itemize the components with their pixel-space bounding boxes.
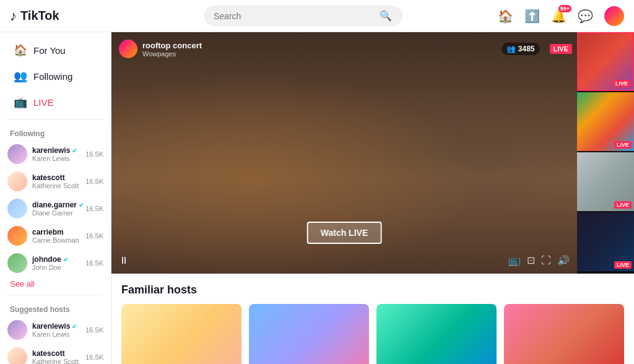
thumbnail-1[interactable]: LIVE bbox=[577, 32, 634, 91]
main-layout: 🏠 For You 👥 Following 📺 LIVE Following k… bbox=[0, 32, 634, 364]
host-card-2[interactable]: 5.3K viewers LIVE Had so much fun with t… bbox=[249, 304, 369, 364]
real-name: Katherine Scott bbox=[32, 182, 80, 189]
search-input-wrap[interactable]: 🔍 bbox=[204, 6, 402, 26]
sidebar-item-live[interactable]: 📺 LIVE bbox=[4, 89, 107, 115]
upload-icon[interactable]: ⬆️ bbox=[524, 9, 540, 24]
notification-icon[interactable]: 🔔 99+ bbox=[551, 9, 567, 24]
side-thumbnails: LIVE LIVE LIVE LIVE bbox=[577, 32, 634, 274]
username: johndoe ✔ bbox=[32, 255, 80, 264]
thumb-live-badge: LIVE bbox=[613, 80, 630, 87]
following-nav-icon: 👥 bbox=[14, 69, 27, 83]
host-thumbnail-4: 6K viewers LIVE bbox=[504, 304, 624, 364]
logo[interactable]: ♪ TikTok bbox=[10, 8, 109, 24]
username: karenlewis ✔ bbox=[32, 146, 80, 155]
follower-count: 16.5K bbox=[85, 353, 103, 361]
search-bar-container: 🔍 bbox=[109, 6, 498, 26]
sidebar-item-following[interactable]: 👥 Following bbox=[4, 63, 107, 89]
suggested-hosts-title: Suggested hosts bbox=[0, 299, 111, 316]
user-info: karenlewis ✔ Karen Lewis bbox=[32, 322, 80, 338]
verified-icon: ✔ bbox=[63, 256, 68, 263]
username: carriebm bbox=[32, 228, 80, 236]
user-avatar[interactable] bbox=[604, 6, 624, 26]
hero-video[interactable]: rooftop concert Wowpages 👥 3485 LIVE Wat… bbox=[111, 32, 577, 274]
home-icon[interactable]: 🏠 bbox=[498, 9, 513, 24]
sidebar-item-live-label: LIVE bbox=[33, 97, 54, 108]
header: ♪ TikTok 🔍 🏠 ⬆️ 🔔 99+ 💬 bbox=[0, 0, 634, 32]
live-hero: rooftop concert Wowpages 👥 3485 LIVE Wat… bbox=[111, 32, 634, 274]
see-all-link[interactable]: See all bbox=[0, 277, 111, 291]
list-item[interactable]: karenlewis ✔ Karen Lewis 16.5K bbox=[0, 316, 111, 344]
list-item[interactable]: karenlewis ✔ Karen Lewis 16.5K bbox=[0, 141, 111, 168]
user-info: johndoe ✔ John Doe bbox=[32, 255, 80, 271]
live-nav-icon: 📺 bbox=[14, 95, 27, 109]
sidebar-divider-1 bbox=[7, 119, 103, 119]
user-info: katescott Katherine Scott bbox=[32, 349, 80, 364]
sidebar: 🏠 For You 👥 Following 📺 LIVE Following k… bbox=[0, 32, 111, 364]
thumbnail-2[interactable]: LIVE bbox=[577, 92, 634, 151]
home-nav-icon: 🏠 bbox=[14, 43, 27, 57]
hero-top-bar: rooftop concert Wowpages 👥 3485 LIVE bbox=[119, 40, 577, 58]
host-thumbnail-2: 5.3K viewers LIVE bbox=[249, 304, 369, 364]
volume-icon[interactable]: 🔊 bbox=[557, 254, 570, 266]
host-thumbnail-1: 11.6K viewers LIVE bbox=[121, 304, 241, 364]
username: karenlewis ✔ bbox=[32, 322, 80, 331]
list-item[interactable]: katescott Katherine Scott 16.5K bbox=[0, 168, 111, 195]
thumbnail-3[interactable]: LIVE bbox=[577, 152, 634, 211]
pause-icon[interactable]: ⏸ bbox=[119, 255, 129, 266]
hero-controls: ⏸ 📺 ⊡ ⛶ 🔊 bbox=[119, 254, 570, 266]
avatar bbox=[7, 226, 27, 246]
list-item[interactable]: johndoe ✔ John Doe 16.5K bbox=[0, 249, 111, 277]
host-handle: Wowpages bbox=[142, 50, 202, 58]
host-card-3[interactable]: 44.5K viewers LIVE Follow us for more va… bbox=[376, 304, 497, 364]
follower-count: 16.5K bbox=[85, 205, 103, 212]
cast-icon[interactable]: 📺 bbox=[508, 254, 521, 266]
host-card-4[interactable]: 6K viewers LIVE Soaking up the gorgeous … bbox=[504, 304, 624, 364]
verified-icon: ✔ bbox=[72, 323, 77, 330]
following-section-title: Following bbox=[0, 123, 111, 141]
user-info: karenlewis ✔ Karen Lewis bbox=[32, 146, 80, 162]
real-name: Karen Lewis bbox=[32, 155, 80, 162]
user-info: katescott Katherine Scott bbox=[32, 173, 80, 189]
pip-icon[interactable]: ⊡ bbox=[527, 254, 535, 266]
viewer-icon: 👥 bbox=[506, 45, 516, 53]
user-info: diane.garner ✔ Diane Garner bbox=[32, 201, 80, 217]
host-name: rooftop concert bbox=[142, 41, 202, 50]
follower-count: 16.5K bbox=[85, 178, 103, 185]
list-item[interactable]: katescott Katherine Scott 16.5K bbox=[0, 344, 111, 364]
username: diane.garner ✔ bbox=[32, 201, 80, 209]
avatar bbox=[7, 347, 27, 364]
watch-live-button[interactable]: Watch LIVE bbox=[307, 222, 382, 244]
thumbnail-4[interactable]: LIVE bbox=[577, 212, 634, 271]
follower-count: 16.5K bbox=[85, 326, 103, 334]
search-input[interactable] bbox=[214, 11, 375, 21]
list-item[interactable]: diane.garner ✔ Diane Garner 16.5K bbox=[0, 195, 111, 222]
real-name: John Doe bbox=[32, 264, 80, 271]
message-icon[interactable]: 💬 bbox=[578, 9, 593, 24]
follower-count: 16.5K bbox=[85, 232, 103, 240]
sidebar-item-following-label: Following bbox=[33, 71, 72, 82]
fullscreen-icon[interactable]: ⛶ bbox=[541, 255, 551, 266]
tiktok-logo-icon: ♪ bbox=[10, 8, 17, 24]
verified-icon: ✔ bbox=[79, 202, 84, 209]
search-icon[interactable]: 🔍 bbox=[380, 10, 392, 22]
thumb-live-badge: LIVE bbox=[614, 201, 632, 209]
viewer-badge: 👥 3485 bbox=[502, 43, 540, 55]
user-info: carriebm Carrie Bowman bbox=[32, 228, 80, 244]
familiar-hosts-title: Familiar hosts bbox=[121, 284, 624, 297]
list-item[interactable]: carriebm Carrie Bowman 16.5K bbox=[0, 222, 111, 249]
viewer-count: 3485 bbox=[518, 45, 535, 53]
host-card-1[interactable]: 11.6K viewers LIVE Celtics @ Heat | NBA … bbox=[121, 304, 241, 364]
real-name: Katherine Scott bbox=[32, 358, 80, 364]
username: katescott bbox=[32, 349, 80, 358]
real-name: Carrie Bowman bbox=[32, 236, 80, 244]
follower-count: 16.5K bbox=[85, 150, 103, 158]
familiar-hosts-section: Familiar hosts 11.6K viewers LIVE Celtic… bbox=[111, 274, 634, 364]
real-name: Karen Lewis bbox=[32, 331, 80, 338]
sidebar-item-for-you-label: For You bbox=[33, 45, 66, 56]
real-name: Diane Garner bbox=[32, 209, 80, 217]
sidebar-divider-2 bbox=[7, 295, 103, 295]
sidebar-item-for-you[interactable]: 🏠 For You bbox=[4, 37, 107, 63]
thumb-live-badge: LIVE bbox=[614, 261, 632, 269]
username: katescott bbox=[32, 173, 80, 182]
live-badge: LIVE bbox=[550, 44, 572, 54]
